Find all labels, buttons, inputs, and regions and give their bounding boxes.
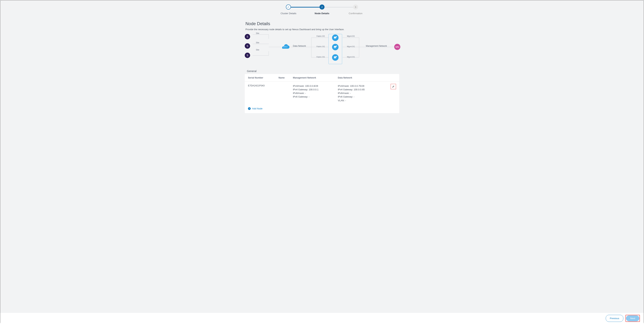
site-label: Site (256, 32, 259, 34)
name-value (278, 84, 293, 102)
page-heading: Node Details Provide the necessary node … (245, 21, 399, 31)
col-serial-number: Serial Number (248, 76, 278, 79)
site-row: S Site (245, 43, 269, 49)
page-title: Node Details (246, 21, 398, 26)
step-label: Node Details (315, 12, 329, 15)
pencil-icon (392, 85, 394, 88)
col-data-network: Data Network (338, 76, 384, 79)
step-number-icon: 3 (353, 4, 358, 9)
step-confirmation: 3 Confirmation (339, 4, 372, 15)
site-icon: S (245, 53, 250, 58)
step-number-icon: 2 (320, 4, 324, 9)
data-network-label: Data Network (293, 45, 306, 47)
check-icon: ✓ (286, 4, 291, 9)
table-row: E7DA2421F043 IPv4/mask: 100.0.0.8/28 IPv… (245, 82, 399, 105)
add-node-label: Add Node (252, 107, 262, 110)
cloud-icon: L2/L3 (281, 44, 290, 50)
edit-node-button[interactable] (391, 84, 396, 89)
step-connector (324, 7, 353, 7)
wizard-stepper: ✓ Cluster Details 2 Node Details 3 Confi… (272, 0, 372, 16)
next-button[interactable]: Next (626, 315, 639, 321)
data-network-value: IPv4/mask: 100.0.0.75/28 IPv4 Gateway: 1… (338, 84, 384, 102)
cloud-label: L2/L3 (281, 46, 290, 48)
highlight-box: Next (626, 315, 640, 322)
site-row: S Site (245, 34, 269, 39)
step-connector (291, 7, 320, 7)
step-node-details[interactable]: 2 Node Details (305, 4, 339, 15)
general-section-label: General (245, 69, 399, 72)
page-subtitle: Provide the necessary node details to se… (246, 28, 398, 31)
site-label: Site (256, 41, 259, 44)
fabric-port-label: Fabric 0/1 (314, 45, 327, 48)
wizard-footer: Previous Next (0, 313, 644, 324)
mgmt-port-label: Mgmt 0/1 (345, 35, 357, 37)
plus-icon: + (248, 107, 251, 110)
node-icon (332, 34, 338, 41)
node-icon (332, 44, 338, 50)
general-card: Serial Number Name Management Network Da… (245, 74, 399, 113)
mgmt-port-label: Mgmt 0/1 (345, 56, 357, 58)
add-node-button[interactable]: + Add Node (245, 105, 399, 113)
site-label: Site (256, 49, 259, 51)
step-label: Confirmation (348, 12, 362, 15)
step-label: Cluster Details (280, 12, 296, 15)
management-network-value: IPv4/mask: 100.0.0.8/28 IPv4 Gateway: 10… (293, 84, 338, 102)
site-icon: S (245, 43, 250, 49)
site-icon: S (245, 34, 250, 39)
management-network-label: Management Network (366, 45, 387, 47)
node-icon (332, 54, 338, 61)
mgmt-port-label: Mgmt 0/1 (345, 45, 357, 48)
fabric-port-label: Fabric 0/1 (314, 56, 327, 58)
previous-button[interactable]: Previous (606, 315, 624, 322)
serial-number-value: E7DA2421F043 (248, 84, 278, 102)
management-network-icon: MN (394, 44, 400, 50)
col-management-network: Management Network (293, 76, 338, 79)
col-name: Name (278, 76, 293, 79)
step-cluster-details[interactable]: ✓ Cluster Details (272, 4, 305, 15)
fabric-port-label: Fabric 0/1 (314, 35, 327, 37)
table-header: Serial Number Name Management Network Da… (245, 74, 399, 82)
site-row: S Site (245, 53, 269, 58)
topology-diagram: S Site S Site S Site L2/L3 Data Network … (245, 34, 399, 66)
